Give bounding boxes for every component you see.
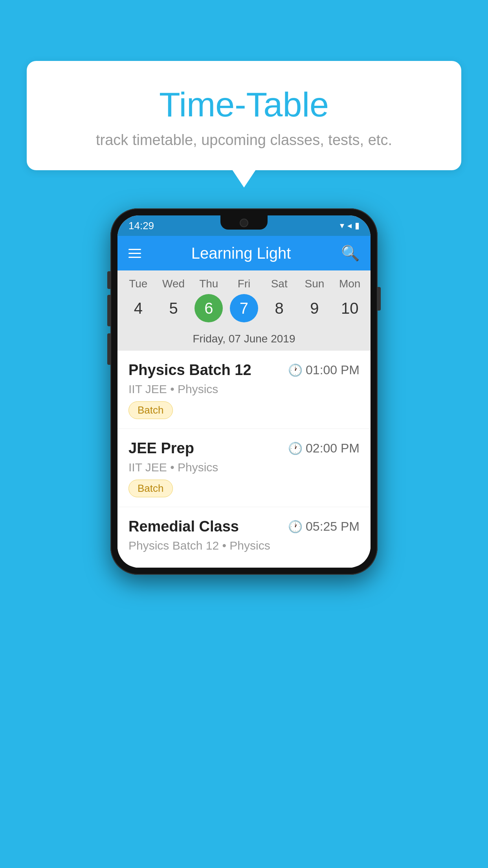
status-time: 14:29 xyxy=(128,220,154,232)
phone-notch xyxy=(220,215,268,230)
schedule-meta-1: IIT JEE • Physics xyxy=(128,383,360,396)
day-wed: Wed xyxy=(156,278,191,294)
clock-icon-2: 🕐 xyxy=(288,441,303,455)
volume-down-button xyxy=(107,333,110,365)
power-button xyxy=(378,287,381,311)
schedule-time-1: 🕐 01:00 PM xyxy=(288,363,360,377)
phone-outer: 14:29 ▾ ◂ ▮ Learning Light 🔍 xyxy=(110,208,378,575)
date-5[interactable]: 5 xyxy=(156,294,191,322)
day-tue: Tue xyxy=(121,278,156,294)
phone-mockup: 14:29 ▾ ◂ ▮ Learning Light 🔍 xyxy=(110,208,378,575)
schedule-time-3: 🕐 05:25 PM xyxy=(288,519,360,534)
status-icons: ▾ ◂ ▮ xyxy=(340,221,360,231)
signal-icon: ◂ xyxy=(347,221,352,231)
app-title: Learning Light xyxy=(150,245,332,262)
schedule-item-3-header: Remedial Class 🕐 05:25 PM xyxy=(128,518,360,535)
front-camera xyxy=(240,219,248,227)
calendar-strip: Tue Wed Thu Fri Sat Sun Mon 4 5 xyxy=(117,270,371,351)
schedule-item-2-header: JEE Prep 🕐 02:00 PM xyxy=(128,440,360,457)
date-7-selected[interactable]: 7 xyxy=(226,294,262,322)
day-sat: Sat xyxy=(262,278,297,294)
date-8[interactable]: 8 xyxy=(262,294,297,322)
date-10[interactable]: 10 xyxy=(332,294,367,322)
day-sun: Sun xyxy=(297,278,332,294)
bubble-title: Time-Table xyxy=(50,85,438,125)
time-value-3: 05:25 PM xyxy=(306,519,360,534)
app-bar: Learning Light 🔍 xyxy=(117,236,371,270)
schedule-title-2: JEE Prep xyxy=(128,440,194,457)
bubble-subtitle: track timetable, upcoming classes, tests… xyxy=(50,132,438,149)
volume-up-button xyxy=(107,295,110,326)
batch-tag-2: Batch xyxy=(128,480,173,497)
clock-icon-3: 🕐 xyxy=(288,520,303,533)
silent-button xyxy=(107,271,110,289)
clock-icon-1: 🕐 xyxy=(288,363,303,377)
date-6-today[interactable]: 6 xyxy=(191,294,226,322)
day-mon: Mon xyxy=(332,278,367,294)
schedule-time-2: 🕐 02:00 PM xyxy=(288,441,360,456)
schedule-title-1: Physics Batch 12 xyxy=(128,362,251,379)
schedule-list: Physics Batch 12 🕐 01:00 PM IIT JEE • Ph… xyxy=(117,351,371,568)
search-icon[interactable]: 🔍 xyxy=(341,245,360,262)
schedule-item-1[interactable]: Physics Batch 12 🕐 01:00 PM IIT JEE • Ph… xyxy=(117,351,371,429)
days-header: Tue Wed Thu Fri Sat Sun Mon xyxy=(117,278,371,294)
schedule-item-1-header: Physics Batch 12 🕐 01:00 PM xyxy=(128,362,360,379)
schedule-meta-3: Physics Batch 12 • Physics xyxy=(128,539,360,552)
schedule-item-2[interactable]: JEE Prep 🕐 02:00 PM IIT JEE • Physics Ba… xyxy=(117,429,371,507)
speech-bubble-section: Time-Table track timetable, upcoming cla… xyxy=(27,61,461,170)
phone-screen: 14:29 ▾ ◂ ▮ Learning Light 🔍 xyxy=(117,215,371,568)
time-value-2: 02:00 PM xyxy=(306,441,360,456)
date-9[interactable]: 9 xyxy=(297,294,332,322)
selected-date-label: Friday, 07 June 2019 xyxy=(117,329,371,351)
schedule-meta-2: IIT JEE • Physics xyxy=(128,461,360,474)
day-fri: Fri xyxy=(226,278,262,294)
day-thu: Thu xyxy=(191,278,226,294)
date-4[interactable]: 4 xyxy=(121,294,156,322)
schedule-item-3[interactable]: Remedial Class 🕐 05:25 PM Physics Batch … xyxy=(117,507,371,568)
menu-icon[interactable] xyxy=(128,249,141,258)
wifi-icon: ▾ xyxy=(340,221,344,231)
schedule-title-3: Remedial Class xyxy=(128,518,239,535)
speech-bubble: Time-Table track timetable, upcoming cla… xyxy=(27,61,461,170)
batch-tag-1: Batch xyxy=(128,401,173,419)
dates-row: 4 5 6 7 8 9 xyxy=(117,294,371,329)
battery-icon: ▮ xyxy=(355,221,360,231)
time-value-1: 01:00 PM xyxy=(306,363,360,377)
